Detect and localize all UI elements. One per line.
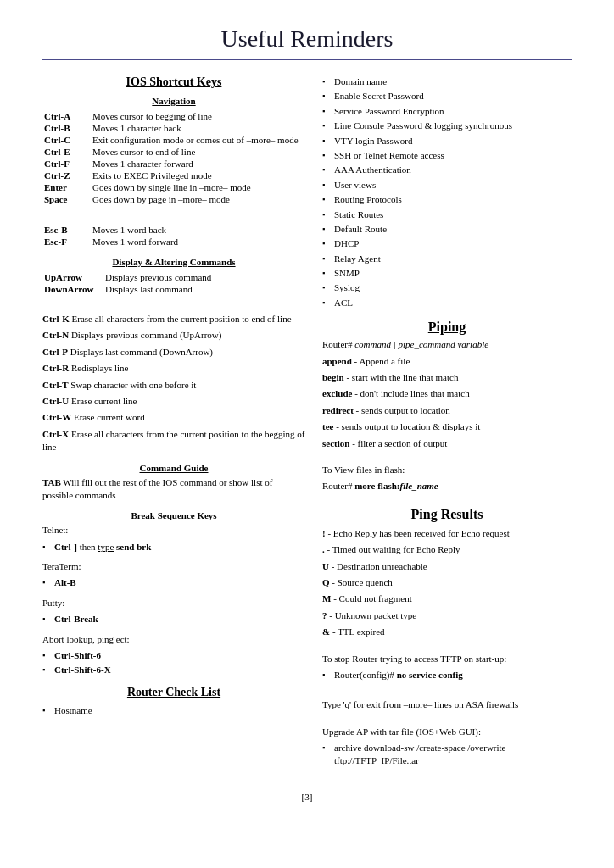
router-check-list: Hostname (42, 704, 305, 717)
table-row: Ctrl-B Moves 1 character back (44, 123, 304, 133)
piping-heading: Piping (322, 320, 572, 335)
desc-ctrl-a: Moves cursor to begging of line (92, 111, 304, 121)
table-row: Esc-F Moves 1 word forward (44, 236, 304, 247)
key-ctrl-z: Ctrl-Z (44, 170, 91, 181)
list-item: Hostname (42, 704, 305, 717)
router-check-section: Router Check List Hostname (42, 686, 305, 717)
list-item: User views (322, 179, 572, 192)
list-item: Ctrl-] then type send brk (42, 541, 305, 554)
piping-section: section - filter a section of output (322, 437, 572, 450)
tftp-list: Router(config)# no service config (322, 669, 572, 682)
left-column: IOS Shortcut Keys Navigation Ctrl-A Move… (42, 75, 305, 726)
ping-question: ? - Unknown packet type (322, 609, 572, 622)
upgrade-list: archive download-sw /create-space /overw… (322, 742, 572, 768)
display-table: UpArrow Displays previous command DownAr… (42, 270, 305, 296)
table-row: Ctrl-F Moves 1 character forward (44, 159, 304, 169)
list-item: SSH or Telnet Remote access (322, 149, 572, 162)
piping-exclude: exclude - don't include lines that match (322, 387, 572, 400)
list-item: SNMP (322, 267, 572, 280)
key-space: Space (44, 194, 91, 204)
page-number: [3] (42, 792, 572, 802)
teraterm-label: TeraTerm: (42, 560, 305, 573)
piping-tee: tee - sends output to location & display… (322, 420, 572, 433)
list-item: VTY login Password (322, 135, 572, 147)
desc-enter: Goes down by single line in –more– mode (92, 182, 304, 192)
table-row: UpArrow Displays previous command (44, 272, 304, 282)
ping-heading: Ping Results (322, 507, 572, 522)
key-esc-b: Esc-B (44, 225, 91, 235)
ctrl-n-text: Ctrl-N Displays previous command (UpArro… (42, 329, 305, 342)
list-item: Routing Protocols (322, 193, 572, 206)
ctrl-r-text: Ctrl-R Redisplays line (42, 362, 305, 375)
router-check-heading: Router Check List (42, 686, 305, 699)
key-ctrl-f: Ctrl-F (44, 159, 91, 169)
table-row: Space Goes down by page in –more– mode (44, 194, 304, 204)
telnet-label: Telnet: (42, 524, 305, 537)
two-column-layout: IOS Shortcut Keys Navigation Ctrl-A Move… (42, 75, 572, 775)
list-item: archive download-sw /create-space /overw… (322, 742, 572, 768)
list-item: ACL (322, 297, 572, 309)
ctrl-t-text: Ctrl-T Swap character with one before it (42, 379, 305, 392)
list-item: Relay Agent (322, 253, 572, 265)
list-item: Service Password Encryption (322, 105, 572, 118)
table-row: Enter Goes down by single line in –more–… (44, 182, 304, 192)
ping-dot: . - Timed out waiting for Echo Reply (322, 543, 572, 556)
table-row: Ctrl-E Moves cursor to end of line (44, 147, 304, 157)
ping-exclaim: ! - Echo Reply has been received for Ech… (322, 527, 572, 540)
asa-text: Type 'q' for exit from –more– lines on A… (322, 698, 572, 711)
putty-list: Ctrl-Break (42, 613, 305, 626)
table-row: Ctrl-Z Exits to EXEC Privileged mode (44, 170, 304, 181)
ctrl-p-text: Ctrl-P Displays last command (DownArrow) (42, 346, 305, 359)
display-heading: Display & Altering Commands (42, 257, 305, 267)
navigation-table: Ctrl-A Moves cursor to begging of line C… (42, 109, 305, 206)
list-item: Static Routes (322, 209, 572, 221)
navigation-section: Navigation Ctrl-A Moves cursor to beggin… (42, 96, 305, 248)
navigation-heading: Navigation (42, 96, 305, 106)
ping-amp: & - TTL expired (322, 626, 572, 638)
list-item: AAA Authentication (322, 164, 572, 176)
list-item: Default Route (322, 223, 572, 236)
page: Useful Reminders IOS Shortcut Keys Navig… (0, 0, 614, 844)
ctrl-k-text: Ctrl-K Erase all characters from the cur… (42, 313, 305, 326)
display-section: Display & Altering Commands UpArrow Disp… (42, 257, 305, 454)
key-ctrl-b: Ctrl-B (44, 123, 91, 133)
desc-downarrow: Displays last command (105, 284, 304, 294)
key-ctrl-c: Ctrl-C (44, 135, 91, 145)
list-item: DHCP (322, 237, 572, 250)
list-item: Domain name (322, 75, 572, 88)
list-item: Ctrl-Shift-6 (42, 649, 305, 662)
table-row: Ctrl-A Moves cursor to begging of line (44, 111, 304, 121)
flash-cmd: Router# more flash:file_name (322, 480, 572, 492)
list-item: Enable Secret Password (322, 90, 572, 103)
ping-u: U - Destination unreachable (322, 560, 572, 573)
key-esc-f: Esc-F (44, 236, 91, 247)
putty-label: Putty: (42, 597, 305, 609)
list-item: Line Console Password & logging synchron… (322, 120, 572, 132)
desc-uparrow: Displays previous command (105, 272, 304, 282)
router-check-list-right: Domain name Enable Secret Password Servi… (322, 75, 572, 309)
table-row: Esc-B Moves 1 word back (44, 225, 304, 235)
right-column: Domain name Enable Secret Password Servi… (322, 75, 572, 775)
desc-ctrl-f: Moves 1 character forward (92, 159, 304, 169)
key-ctrl-e: Ctrl-E (44, 147, 91, 157)
ctrl-x-text: Ctrl-X Erase all characters from the cur… (42, 428, 305, 454)
list-item: Router(config)# no service config (322, 669, 572, 682)
piping-command-line: Router# command | pipe_command variable (322, 338, 572, 351)
break-sequence-heading: Break Sequence Keys (42, 510, 305, 520)
abort-list: Ctrl-Shift-6 Ctrl-Shift-6-X (42, 649, 305, 677)
key-uparrow: UpArrow (44, 272, 103, 282)
upgrade-label: Upgrade AP with tar file (IOS+Web GUI): (322, 726, 572, 738)
desc-esc-b: Moves 1 word back (92, 225, 304, 235)
list-item: Alt-B (42, 576, 305, 589)
command-guide-section: Command Guide TAB Will fill out the rest… (42, 463, 305, 503)
ping-m: M - Could not fragment (322, 593, 572, 605)
list-item: Ctrl-Shift-6-X (42, 664, 305, 676)
desc-ctrl-e: Moves cursor to end of line (92, 147, 304, 157)
page-title: Useful Reminders (42, 25, 572, 53)
ctrl-w-text: Ctrl-W Erase current word (42, 411, 305, 424)
desc-ctrl-z: Exits to EXEC Privileged mode (92, 170, 304, 181)
key-downarrow: DownArrow (44, 284, 103, 294)
tftp-label: To stop Router trying to access TFTP on … (322, 653, 572, 665)
desc-esc-f: Moves 1 word forward (92, 236, 304, 247)
piping-redirect: redirect - sends output to location (322, 404, 572, 417)
